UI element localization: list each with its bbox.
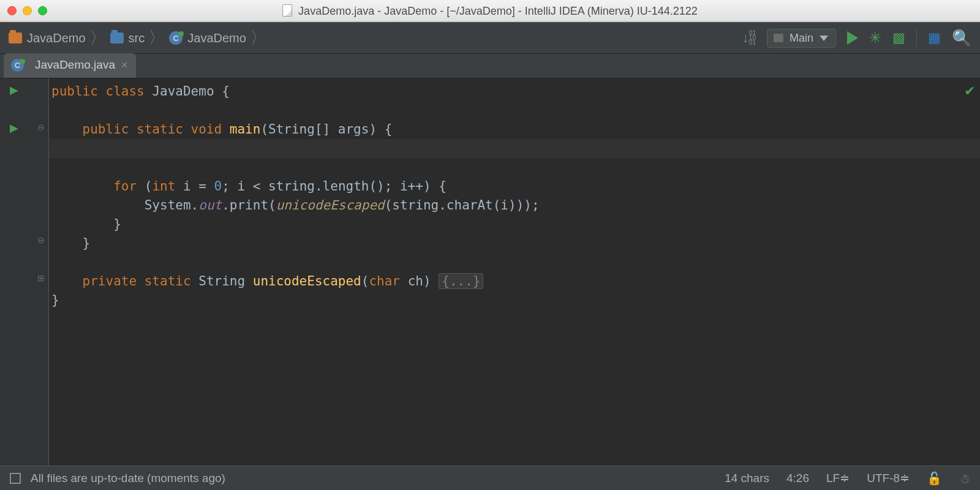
chevron-right-icon: 〉	[148, 29, 165, 47]
status-line-separator[interactable]: LF≑	[826, 471, 850, 485]
breadcrumb-project[interactable]: JavaDemo	[27, 31, 86, 45]
status-right: 14 chars 4:26 LF≑ UTF-8≑ 🔓 ☃	[725, 471, 970, 486]
status-bar: All files are up-to-date (moments ago) 1…	[0, 466, 980, 490]
folder-icon	[110, 32, 124, 43]
editor-gutter[interactable]: ▶ ▶ ⊖ ⊖ ⊞	[0, 78, 49, 466]
chevron-right-icon: 〉	[89, 29, 107, 47]
toolbar-actions: ↓011001 Main ✳ ▩ ▦ 🔍	[742, 29, 971, 48]
status-position[interactable]: 4:26	[786, 472, 809, 485]
project-icon	[9, 32, 22, 43]
maximize-window-button[interactable]	[38, 6, 47, 15]
separator	[916, 29, 917, 47]
arrow-down-icon: ↓	[742, 30, 748, 46]
editor-tab-label: JavaDemo.java	[35, 58, 115, 72]
fold-toggle-icon[interactable]: ⊖	[37, 123, 45, 132]
fold-expand-icon[interactable]: ⊞	[37, 273, 45, 283]
class-icon: C	[169, 31, 183, 45]
close-window-button[interactable]	[7, 6, 17, 15]
chevron-down-icon	[820, 36, 828, 41]
tool-window-toggle-icon[interactable]	[10, 473, 21, 484]
binary-icon: 011001	[749, 31, 756, 45]
run-config-selector[interactable]: Main	[767, 29, 836, 48]
status-chars: 14 chars	[725, 472, 769, 485]
run-gutter-icon[interactable]: ▶	[10, 121, 18, 135]
debug-button[interactable]: ✳	[869, 29, 881, 47]
window-titlebar: JavaDemo.java - JavaDemo - [~/JavaDemo] …	[0, 0, 980, 22]
run-config-icon	[774, 34, 783, 42]
class-icon: C	[11, 59, 24, 72]
current-line-highlight	[49, 139, 980, 158]
document-icon	[282, 4, 292, 17]
fold-toggle-icon[interactable]: ⊖	[37, 235, 45, 245]
editor-tab-javademo[interactable]: C JavaDemo.java ×	[4, 53, 136, 78]
close-tab-button[interactable]: ×	[121, 59, 128, 72]
project-structure-button[interactable]: ▦	[928, 30, 941, 46]
breadcrumb: JavaDemo 〉 src 〉 C JavaDemo 〉	[9, 29, 271, 47]
run-config-name: Main	[790, 32, 813, 45]
minimize-window-button[interactable]	[23, 6, 32, 15]
window-controls	[7, 6, 47, 15]
search-everywhere-button[interactable]: 🔍	[952, 29, 971, 48]
code-text[interactable]: public class JavaDemo { public static vo…	[51, 82, 978, 310]
update-from-vcs-button[interactable]: ↓011001	[742, 30, 756, 46]
hector-inspections-icon[interactable]: ☃	[959, 472, 970, 486]
code-area[interactable]: ✔ public class JavaDemo { public static …	[49, 78, 980, 466]
readonly-toggle-icon[interactable]: 🔓	[927, 471, 942, 486]
run-gutter-icon[interactable]: ▶	[10, 83, 18, 97]
status-message: All files are up-to-date (moments ago)	[31, 472, 225, 485]
folded-code-block[interactable]: {...}	[439, 273, 483, 289]
status-left: All files are up-to-date (moments ago)	[10, 472, 225, 485]
editor-tabs: C JavaDemo.java ×	[0, 54, 980, 78]
chevron-right-icon: 〉	[250, 29, 267, 47]
run-coverage-button[interactable]: ▩	[892, 30, 905, 46]
window-title-text: JavaDemo.java - JavaDemo - [~/JavaDemo] …	[298, 5, 698, 17]
breadcrumb-src[interactable]: src	[129, 31, 145, 45]
window-title: JavaDemo.java - JavaDemo - [~/JavaDemo] …	[282, 4, 698, 18]
main-toolbar: JavaDemo 〉 src 〉 C JavaDemo 〉 ↓011001 Ma…	[0, 22, 980, 54]
code-editor[interactable]: ▶ ▶ ⊖ ⊖ ⊞ ✔ public class JavaDemo { publ…	[0, 78, 980, 466]
breadcrumb-class[interactable]: JavaDemo	[187, 31, 246, 45]
run-button[interactable]	[847, 31, 858, 45]
inspections-ok-icon[interactable]: ✔	[964, 83, 975, 99]
status-encoding[interactable]: UTF-8≑	[867, 471, 910, 485]
